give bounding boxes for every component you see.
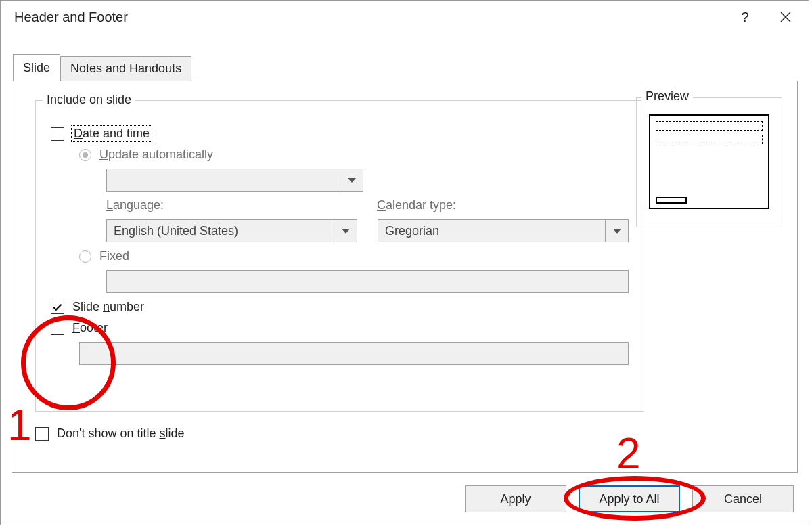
apply-to-all-label: Apply to All — [599, 492, 659, 506]
tab-area: Slide Notes and Handouts Include on slid… — [12, 53, 798, 525]
combo-calendar-value: Gregorian — [378, 224, 605, 238]
chevron-down-icon — [334, 220, 357, 242]
cancel-button[interactable]: Cancel — [692, 485, 794, 512]
include-on-slide-group: Include on slide Date and time Update au… — [35, 100, 644, 412]
checkbox-footer[interactable] — [51, 322, 64, 335]
row-lang-cal: English (United States) Gregorian — [106, 219, 629, 242]
preview-group: Preview — [636, 97, 782, 227]
row-fixed: Fixed — [79, 249, 629, 263]
checkbox-date-time[interactable] — [51, 127, 64, 141]
preview-legend: Preview — [641, 89, 693, 104]
tab-slide[interactable]: Slide — [13, 54, 60, 81]
tab-notes-handouts[interactable]: Notes and Handouts — [60, 56, 191, 81]
row-dont-show-title: Don't show on title slide — [35, 426, 784, 441]
apply-button[interactable]: Apply — [465, 485, 566, 512]
row-footer: Footer — [51, 321, 629, 335]
row-fixed-text — [106, 270, 629, 293]
row-date-format — [106, 169, 629, 192]
textbox-footer[interactable] — [79, 342, 629, 365]
radio-fixed[interactable] — [79, 250, 91, 263]
chevron-down-icon — [340, 169, 363, 191]
combo-date-format[interactable] — [106, 169, 363, 192]
row-date-time: Date and time — [51, 127, 629, 141]
close-button[interactable] — [765, 2, 806, 32]
apply-button-label: Apply — [500, 492, 531, 506]
tab-notes-label: Notes and Handouts — [70, 62, 181, 75]
apply-to-all-button[interactable]: Apply to All — [579, 485, 680, 512]
preview-placeholder-title — [656, 121, 763, 131]
combo-language[interactable]: English (United States) — [106, 219, 357, 242]
preview-slide-thumbnail — [649, 114, 769, 209]
label-footer: Footer — [72, 321, 108, 335]
checkbox-dont-show-title[interactable] — [35, 427, 49, 441]
label-dont-show-title: Don't show on title slide — [57, 426, 185, 441]
header-footer-dialog: Header and Footer ? Slide Notes and Hand… — [0, 0, 809, 525]
help-button[interactable]: ? — [725, 2, 765, 32]
tab-panel-slide: Include on slide Date and time Update au… — [12, 81, 798, 473]
label-fixed: Fixed — [99, 249, 129, 263]
label-slide-number: Slide number — [72, 300, 144, 314]
chevron-down-icon — [605, 220, 628, 242]
row-update-auto: Update automatically — [79, 148, 629, 162]
row-slide-number: Slide number — [51, 300, 629, 314]
label-date-time: Date and time — [72, 127, 151, 141]
titlebar: Header and Footer ? — [1, 1, 809, 33]
combo-language-value: English (United States) — [107, 224, 334, 238]
combo-calendar[interactable]: Gregorian — [378, 219, 629, 242]
include-legend: Include on slide — [43, 93, 135, 107]
label-language: Language: — [106, 198, 377, 213]
dialog-button-row: Apply Apply to All Cancel — [465, 485, 794, 512]
preview-group-box — [636, 97, 782, 227]
label-update-auto: Update automatically — [99, 148, 213, 162]
cancel-button-label: Cancel — [724, 492, 762, 506]
tabstrip: Slide Notes and Handouts — [13, 53, 798, 81]
row-lang-cal-labels: Language: Calendar type: — [106, 198, 629, 213]
label-calendar: Calendar type: — [377, 198, 456, 213]
preview-placeholder-slide-number — [656, 197, 687, 204]
preview-placeholder-body — [656, 135, 763, 144]
row-footer-text — [79, 342, 629, 365]
radio-update-automatically[interactable] — [79, 149, 91, 161]
close-icon — [780, 11, 792, 23]
checkbox-slide-number[interactable] — [51, 301, 64, 314]
dialog-title: Header and Footer — [14, 9, 725, 25]
textbox-fixed-date[interactable] — [106, 270, 629, 293]
tab-slide-label: Slide — [23, 61, 50, 74]
